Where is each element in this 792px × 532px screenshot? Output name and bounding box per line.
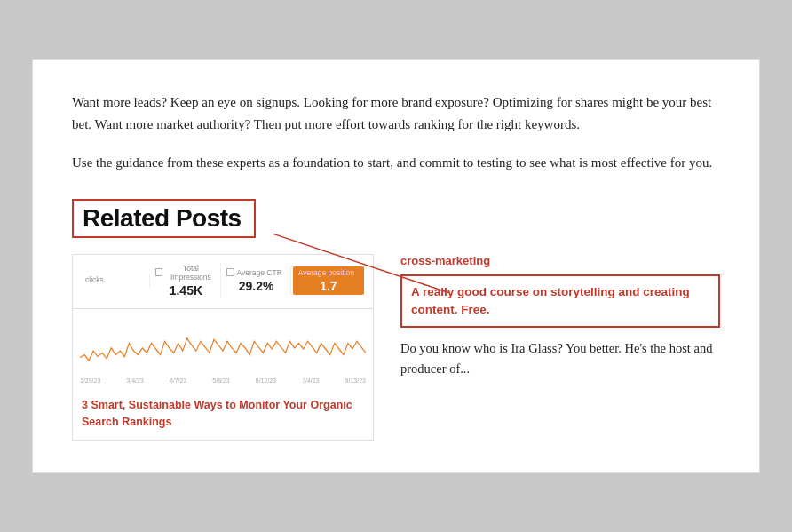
metric-ctr: Average CTR 29.2% xyxy=(223,266,291,295)
post-description-box: A really good course on storytelling and… xyxy=(400,274,720,329)
metric-position-value: 1.7 xyxy=(298,279,359,293)
chart-svg xyxy=(80,314,366,372)
metric-impressions: Total Impressions 1.45K xyxy=(152,262,220,299)
chart-labels: 1/29/23 3/4/23 4/7/23 5/8/23 6/12/23 7/4… xyxy=(80,377,366,384)
right-post-card: cross-marketing A really good course on … xyxy=(400,254,720,380)
metric-clicks-label: clicks xyxy=(85,275,146,284)
left-post-card: clicks Total Impressions 1.45K xyxy=(72,254,374,441)
page-container: Want more leads? Keep an eye on signups.… xyxy=(32,59,760,472)
metric-clicks: clicks xyxy=(82,274,150,288)
checkbox-impressions xyxy=(155,268,162,276)
metric-impressions-value: 1.45K xyxy=(155,283,216,298)
paragraph-2: Use the guidance from these experts as a… xyxy=(72,152,720,174)
metric-impressions-label: Total Impressions xyxy=(155,264,216,282)
post-tag: cross-marketing xyxy=(400,254,720,267)
checkbox-ctr xyxy=(226,268,234,276)
related-posts-section: Related Posts clicks Total Impressio xyxy=(72,199,720,441)
analytics-widget: clicks Total Impressions 1.45K xyxy=(73,255,373,309)
related-posts-title: Related Posts xyxy=(83,204,242,232)
post-description-text: A really good course on storytelling and… xyxy=(411,285,690,316)
metric-position-label: Average position xyxy=(298,268,359,277)
left-post-link[interactable]: 3 Smart, Sustainable Ways to Monitor You… xyxy=(73,389,373,440)
metric-ctr-value: 29.2% xyxy=(226,279,287,293)
paragraph-1: Want more leads? Keep an eye on signups.… xyxy=(72,91,720,136)
metric-position: Average position 1.7 xyxy=(293,266,364,295)
left-post-link-text[interactable]: 3 Smart, Sustainable Ways to Monitor You… xyxy=(82,399,352,429)
chart-area: 1/29/23 3/4/23 4/7/23 5/8/23 6/12/23 7/4… xyxy=(73,309,373,389)
metric-ctr-label: Average CTR xyxy=(226,268,287,277)
post-excerpt: Do you know who is Ira Glass? You better… xyxy=(400,338,720,379)
related-posts-header: Related Posts xyxy=(72,199,256,238)
related-posts-grid: clicks Total Impressions 1.45K xyxy=(72,254,720,441)
analytics-row: clicks Total Impressions 1.45K xyxy=(82,262,364,299)
